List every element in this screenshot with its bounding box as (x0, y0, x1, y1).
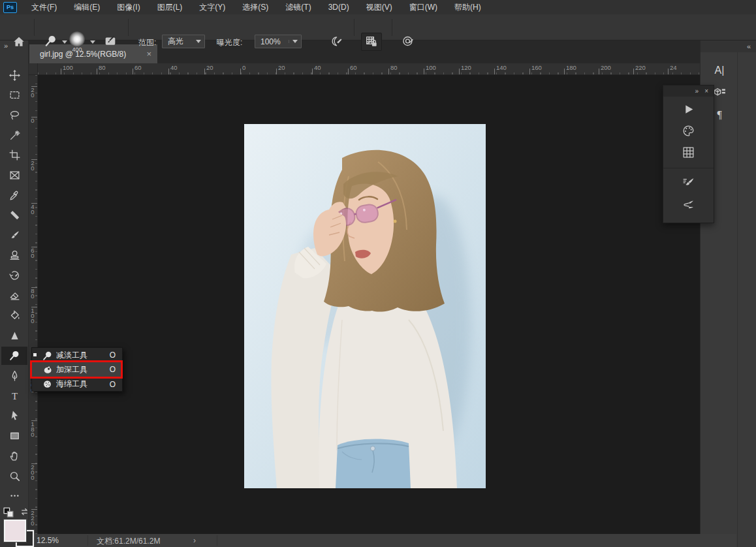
edit-toolbar-button[interactable] (1, 487, 27, 505)
exposure-select[interactable]: 100% (255, 35, 302, 48)
ruler-tick (312, 69, 313, 74)
range-select[interactable]: 高光 (162, 35, 205, 48)
horizontal-ruler: 1008060402002040608010012014016018020022… (38, 63, 700, 75)
airbrush-icon[interactable] (330, 35, 342, 47)
ruler-tick (133, 69, 133, 74)
menu-item[interactable]: 窗口(W) (401, 0, 446, 14)
floating-panel: » × (663, 85, 714, 223)
dodge-tool[interactable] (1, 347, 27, 365)
move-tool[interactable] (1, 66, 27, 84)
brush-picker-caret-icon[interactable] (90, 40, 95, 44)
zoom-level-field[interactable]: 12.5% (37, 536, 59, 545)
rectangle-tool[interactable] (1, 427, 27, 445)
menu-item[interactable]: 视图(V) (358, 0, 401, 14)
home-icon[interactable] (13, 36, 25, 48)
crop-tool[interactable] (1, 146, 27, 164)
panel-collapse-icon[interactable]: » (695, 87, 699, 95)
menu-item[interactable]: 3D(D) (320, 0, 358, 14)
photoshop-logo: Ps (3, 2, 17, 13)
ruler-corner (29, 63, 38, 75)
foreground-color-swatch[interactable] (4, 520, 26, 542)
blur-tool[interactable] (1, 326, 27, 345)
photo-girl[interactable] (244, 124, 486, 488)
ruler-label: 220 (29, 510, 36, 526)
ruler-label: 200 (29, 465, 36, 480)
rectangular-marquee-tool[interactable] (1, 86, 27, 104)
flyout-item-label: 减淡工具 (54, 350, 110, 361)
pattern-panel-icon[interactable] (663, 142, 714, 162)
clone-stamp-tool[interactable] (1, 246, 27, 264)
dock-collapse-icon[interactable]: « (747, 42, 750, 50)
character-panel-icon[interactable]: A| (708, 61, 731, 80)
range-caret-icon (193, 40, 204, 43)
ruler-tick (529, 69, 530, 74)
swatches-panel-icon[interactable] (663, 121, 714, 140)
ruler-label: 140 (496, 64, 507, 71)
brush-settings-toggle-icon[interactable] (104, 35, 116, 47)
history-brush-tool[interactable] (1, 266, 27, 285)
eyedropper-tool[interactable] (1, 186, 27, 204)
ruler-tick (599, 69, 599, 74)
ruler-label: 60 (134, 64, 142, 71)
eraser-tool[interactable] (1, 287, 27, 305)
healing-brush-tool[interactable] (1, 206, 27, 225)
lasso-tool[interactable] (1, 106, 27, 124)
menu-item[interactable]: 选择(S) (234, 0, 277, 14)
ruler-label: 40 (29, 204, 36, 215)
menu-item[interactable]: 滤镜(T) (277, 0, 319, 14)
annotation-red-box (30, 360, 123, 379)
path-selection-tool[interactable] (1, 407, 27, 425)
document-size-info[interactable]: 文档:61.2M/61.2M (97, 536, 160, 547)
brushes-panel-icon[interactable] (663, 195, 714, 214)
menu-bar: Ps 文件(F)编辑(E)图像(I)图层(L)文字(Y)选择(S)滤镜(T)3D… (0, 0, 756, 14)
svg-text:T: T (11, 391, 17, 401)
protect-tones-button[interactable] (361, 33, 382, 51)
ruler-label: 40 (170, 64, 178, 71)
ruler-label: 80 (390, 64, 398, 71)
frame-tool[interactable] (1, 166, 27, 185)
pen-tool[interactable] (1, 367, 27, 385)
flyout-item-shortcut: O (110, 380, 122, 389)
menu-item[interactable]: 编辑(E) (65, 0, 108, 14)
menu-items: 文件(F)编辑(E)图像(I)图层(L)文字(Y)选择(S)滤镜(T)3D(D)… (23, 0, 490, 14)
menu-item[interactable]: 帮助(H) (446, 0, 490, 14)
hand-tool[interactable] (1, 446, 27, 465)
current-tool-marker (33, 353, 37, 356)
panel-group-divider (663, 168, 714, 168)
zoom-tool[interactable] (1, 467, 27, 485)
brush-tool[interactable] (1, 227, 27, 245)
default-colors-icon[interactable] (3, 507, 14, 520)
brush-preview[interactable] (69, 31, 85, 47)
ruler-tick (276, 69, 277, 74)
tab-close-icon[interactable]: × (140, 49, 157, 59)
pressure-size-icon[interactable] (402, 35, 414, 47)
status-chevron-icon[interactable]: › (193, 536, 196, 545)
brush-size-value: 400 (67, 46, 87, 53)
panel-close-icon[interactable]: × (704, 87, 708, 95)
ruler-tick (459, 69, 460, 74)
sponge-tool-item[interactable]: 海绵工具O (32, 377, 122, 392)
menu-item[interactable]: 图像(I) (108, 0, 148, 14)
magic-wand-tool[interactable] (1, 126, 27, 144)
ruler-tick (204, 69, 205, 74)
toolbar-collapse-icon[interactable]: » (4, 42, 7, 50)
actions-panel-icon[interactable] (663, 99, 714, 119)
menu-item[interactable]: 文字(Y) (191, 0, 234, 14)
paint-bucket-tool[interactable] (1, 306, 27, 324)
brush-settings-panel-icon[interactable] (663, 173, 714, 193)
ruler-tick (348, 69, 349, 74)
toolbar: T (0, 40, 29, 547)
tool-preset-caret-icon[interactable] (62, 40, 67, 44)
ruler-tick (240, 69, 241, 74)
swap-colors-icon[interactable] (20, 507, 29, 519)
ruler-tick (31, 463, 37, 464)
ruler-tick (31, 307, 37, 307)
menu-item[interactable]: 图层(L) (149, 0, 191, 14)
ruler-label: 220 (635, 64, 646, 71)
ruler-label: 100 (29, 308, 36, 324)
menu-item[interactable]: 文件(F) (23, 0, 65, 14)
current-tool-icon[interactable] (44, 35, 57, 48)
sponge-icon (40, 379, 54, 389)
ruler-tick (31, 247, 37, 247)
type-tool[interactable]: T (1, 386, 27, 405)
